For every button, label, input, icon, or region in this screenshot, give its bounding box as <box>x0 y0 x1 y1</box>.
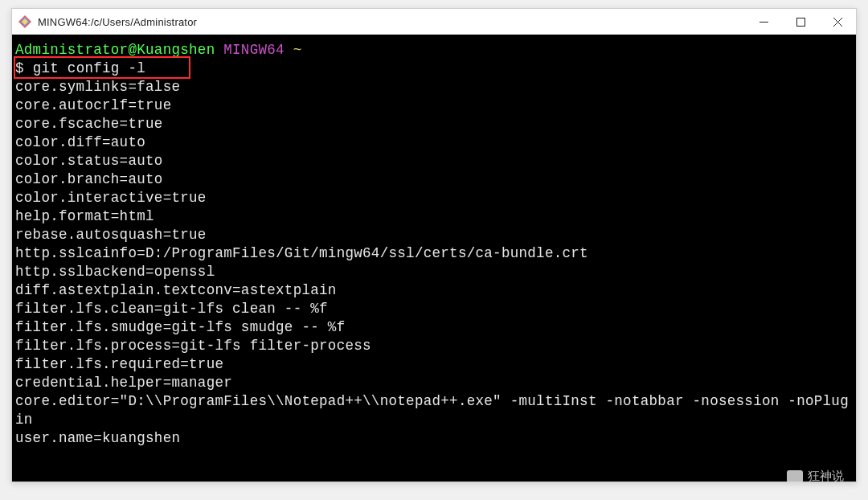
output-line: core.symlinks=false <box>15 78 853 96</box>
output-line: filter.lfs.required=true <box>15 355 853 374</box>
output-container: core.symlinks=falsecore.autocrlf=truecor… <box>15 78 853 448</box>
output-line: credential.helper=manager <box>15 374 853 392</box>
output-line: help.format=html <box>15 207 853 226</box>
app-icon <box>18 15 31 28</box>
prompt-line: Administrator@Kuangshen MINGW64 ~ <box>15 41 853 59</box>
window-frame: MINGW64:/c/Users/Administrator Administr… <box>11 8 857 482</box>
output-line: filter.lfs.clean=git-lfs clean -- %f <box>15 300 853 318</box>
window-controls <box>745 9 856 35</box>
output-line: http.sslcainfo=D:/ProgramFiles/Git/mingw… <box>15 244 853 263</box>
output-line: diff.astextplain.textconv=astextplain <box>15 281 853 300</box>
titlebar[interactable]: MINGW64:/c/Users/Administrator <box>12 9 856 35</box>
svg-rect-4 <box>796 18 805 26</box>
output-line: color.status=auto <box>15 152 853 170</box>
output-line: rebase.autosquash=true <box>15 226 853 244</box>
output-line: color.branch=auto <box>15 170 853 189</box>
prompt-path: ~ <box>293 42 302 58</box>
command-text: git config -l <box>33 60 145 76</box>
minimize-button[interactable] <box>745 9 782 35</box>
output-line: filter.lfs.process=git-lfs filter-proces… <box>15 337 853 355</box>
maximize-button[interactable] <box>782 9 819 35</box>
output-line: user.name=kuangshen <box>15 429 853 448</box>
output-line: color.interactive=true <box>15 189 853 207</box>
output-line: color.diff=auto <box>15 133 853 152</box>
prompt-user-host: Administrator@Kuangshen <box>15 42 215 58</box>
output-line: http.sslbackend=openssl <box>15 263 853 281</box>
output-line: core.editor="D:\\ProgramFiles\\Notepad++… <box>15 392 853 429</box>
output-line: filter.lfs.smudge=git-lfs smudge -- %f <box>15 318 853 337</box>
close-button[interactable] <box>819 9 856 35</box>
window-title: MINGW64:/c/Users/Administrator <box>38 16 745 28</box>
prompt-symbol: $ <box>15 60 24 76</box>
command-line: $ git config -l <box>15 59 853 78</box>
prompt-system: MINGW64 <box>223 42 285 58</box>
output-line: core.fscache=true <box>15 115 853 133</box>
output-line: core.autocrlf=true <box>15 96 853 115</box>
terminal-area[interactable]: Administrator@Kuangshen MINGW64 ~ $ git … <box>12 35 856 482</box>
